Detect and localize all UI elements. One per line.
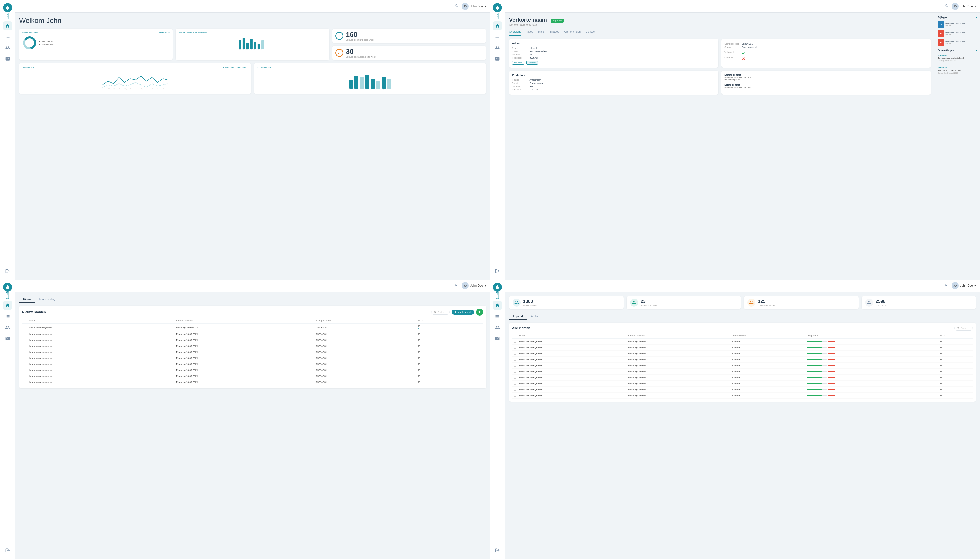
table-row: Naam van de eigenaar Maandag 16-09-2021 … bbox=[22, 373, 483, 379]
search-icon-p1[interactable] bbox=[454, 4, 459, 9]
sidebar-item-logout-p1[interactable] bbox=[3, 266, 12, 276]
nieuwe-klanten-table-card: Nieuwe klanten Zoeken... ✈ Verstuur brie… bbox=[19, 306, 486, 389]
row-checkbox-p4-2[interactable] bbox=[514, 352, 516, 355]
todo-badge-p4[interactable]: To Do bbox=[496, 292, 499, 299]
sidebar-p4: To Do bbox=[490, 280, 505, 559]
search-box-p4[interactable]: Zoeken... bbox=[955, 326, 973, 331]
th-woz-p3: WOZ bbox=[416, 318, 466, 324]
row-checkbox-2[interactable] bbox=[23, 339, 26, 341]
sidebar-item-people-p4[interactable] bbox=[493, 323, 502, 332]
logo-p3[interactable] bbox=[3, 283, 12, 292]
tab-archief[interactable]: Archief bbox=[527, 313, 544, 320]
tab-lopend[interactable]: Lopend bbox=[509, 313, 527, 320]
search-icon-p3[interactable] bbox=[454, 283, 459, 288]
sidebar-item-logout-p2[interactable] bbox=[493, 266, 502, 276]
emails-period[interactable]: Deze Week bbox=[159, 31, 170, 34]
sidebar-item-home-p4[interactable] bbox=[493, 301, 502, 310]
svg-text:Jun: Jun bbox=[130, 88, 132, 89]
search-icon-p2[interactable] bbox=[945, 4, 949, 9]
select-all-checkbox[interactable] bbox=[23, 319, 26, 322]
tab-overzicht[interactable]: Overzicht bbox=[509, 28, 521, 36]
sidebar-item-list-p3[interactable] bbox=[3, 312, 12, 321]
row-checkbox-p4-0[interactable] bbox=[514, 340, 516, 342]
number-30: 30 bbox=[346, 48, 376, 56]
row-checkbox-p4-7[interactable] bbox=[514, 382, 516, 385]
row-checkbox-3[interactable] bbox=[23, 345, 26, 347]
row-checkbox-p4-1[interactable] bbox=[514, 346, 516, 349]
row-checkbox-1[interactable] bbox=[23, 332, 26, 336]
tab-in-afwachting[interactable]: In afwachting bbox=[35, 296, 59, 303]
tab-contact[interactable]: Contact bbox=[586, 28, 595, 36]
property-main: Verkorte naam Afgerond Gehele naam eigen… bbox=[505, 13, 935, 280]
progress-bar-red-7 bbox=[827, 383, 835, 384]
svg-rect-6 bbox=[250, 39, 252, 49]
row-checkbox-0[interactable] bbox=[23, 326, 26, 328]
logo-p1[interactable] bbox=[3, 3, 12, 12]
td-checkbox-p4-7 bbox=[512, 380, 518, 386]
row-checkbox-p4-8[interactable] bbox=[514, 388, 516, 391]
tab-mails[interactable]: Mails bbox=[538, 28, 545, 36]
sidebar-item-mail-p4[interactable] bbox=[493, 334, 502, 343]
sidebar-item-people-p3[interactable] bbox=[3, 323, 12, 332]
row-checkbox-7[interactable] bbox=[23, 369, 26, 371]
brieven-title: Brieven verstuurd en ontvangen bbox=[179, 31, 207, 34]
username-p4: John Doe bbox=[960, 284, 973, 288]
opmerkingen-title-text: Opmerkingen bbox=[938, 49, 954, 52]
sidebar-item-logout-p4[interactable] bbox=[493, 546, 502, 555]
row-checkbox-p4-3[interactable] bbox=[514, 358, 516, 361]
row-checkbox-p4-5[interactable] bbox=[514, 370, 516, 373]
tab-nieuw[interactable]: Nieuw bbox=[19, 296, 35, 303]
user-menu-p3[interactable]: JD John Doe ▾ bbox=[462, 282, 486, 289]
sidebar-item-home-p2[interactable] bbox=[493, 21, 502, 30]
user-menu-p2[interactable]: JD John Doe ▾ bbox=[952, 3, 976, 10]
more-icon-0[interactable]: ⋮ bbox=[421, 327, 423, 330]
note-item-0: John doe Telefoonnummer niet bekend Dins… bbox=[938, 54, 977, 64]
logo-p4[interactable] bbox=[493, 283, 502, 292]
sidebar-item-mail-p2[interactable] bbox=[493, 54, 502, 63]
user-menu-p1[interactable]: JD John Doe ▾ bbox=[462, 3, 486, 10]
select-all-checkbox-p4[interactable] bbox=[514, 334, 516, 337]
sidebar-item-mail-p1[interactable] bbox=[3, 54, 12, 63]
opmerkingen-arrow-icon[interactable]: › bbox=[976, 48, 977, 52]
send-brief-button[interactable]: ✈ Verstuur brief bbox=[451, 310, 474, 315]
row-checkbox-8[interactable] bbox=[23, 375, 26, 377]
svg-text:Feb: Feb bbox=[108, 88, 110, 89]
user-menu-p4[interactable]: JD John Doe ▾ bbox=[952, 282, 976, 289]
sidebar-item-people-p1[interactable] bbox=[3, 43, 12, 52]
logo-p2[interactable] bbox=[493, 3, 502, 12]
arrow-down-icon: ↙ bbox=[335, 49, 343, 57]
sidebar-item-list-p2[interactable] bbox=[493, 32, 502, 41]
bijlages-arrow-icon[interactable]: › bbox=[976, 15, 977, 19]
sidebar-item-list-p1[interactable] bbox=[3, 32, 12, 41]
todo-badge-p2[interactable]: To Do bbox=[496, 13, 499, 19]
send-row-icon-0[interactable]: ✈ bbox=[418, 327, 420, 330]
todo-badge-p3[interactable]: To Do bbox=[6, 292, 9, 299]
svg-rect-9 bbox=[261, 40, 264, 49]
sidebar-item-home-p3[interactable] bbox=[3, 301, 12, 310]
row-checkbox-6[interactable] bbox=[23, 363, 26, 366]
table-row: Naam van de eigenaar Maandag 16-09-2021 … bbox=[512, 351, 973, 356]
volmacht-row: Volmacht: ✔ Contract: ✖ bbox=[725, 51, 928, 61]
row-checkbox-p4-9[interactable] bbox=[514, 394, 516, 397]
sidebar-item-list-p4[interactable] bbox=[493, 312, 502, 321]
row-checkbox-p4-6[interactable] bbox=[514, 376, 516, 379]
row-checkbox-9[interactable] bbox=[23, 381, 26, 384]
laatste-contact-section: Laatste contact Maandag 16 September 202… bbox=[725, 74, 928, 81]
add-klant-button[interactable]: + bbox=[476, 309, 483, 316]
sidebar-item-mail-p3[interactable] bbox=[3, 334, 12, 343]
tab-bijlages[interactable]: Bijlages bbox=[550, 28, 559, 36]
row-checkbox-p4-4[interactable] bbox=[514, 364, 516, 367]
table-row: Naam van de eigenaar Maandag 16-09-2021 … bbox=[22, 343, 483, 349]
sidebar-item-home-p1[interactable] bbox=[3, 21, 12, 30]
row-checkbox-4[interactable] bbox=[23, 351, 26, 354]
progress-fill-green-3 bbox=[806, 359, 822, 360]
row-checkbox-5[interactable] bbox=[23, 357, 26, 359]
sidebar-item-people-p2[interactable] bbox=[493, 43, 502, 52]
search-icon-p4[interactable] bbox=[945, 283, 949, 288]
tab-acties[interactable]: Acties bbox=[526, 28, 533, 36]
tab-opmerkingen[interactable]: Opmerkingen bbox=[564, 28, 581, 36]
search-box-p3[interactable]: Zoeken... bbox=[431, 310, 449, 315]
todo-badge-p1[interactable]: To Do bbox=[6, 13, 9, 19]
td-checkbox-0 bbox=[22, 323, 28, 331]
sidebar-item-logout-p3[interactable] bbox=[3, 546, 12, 555]
